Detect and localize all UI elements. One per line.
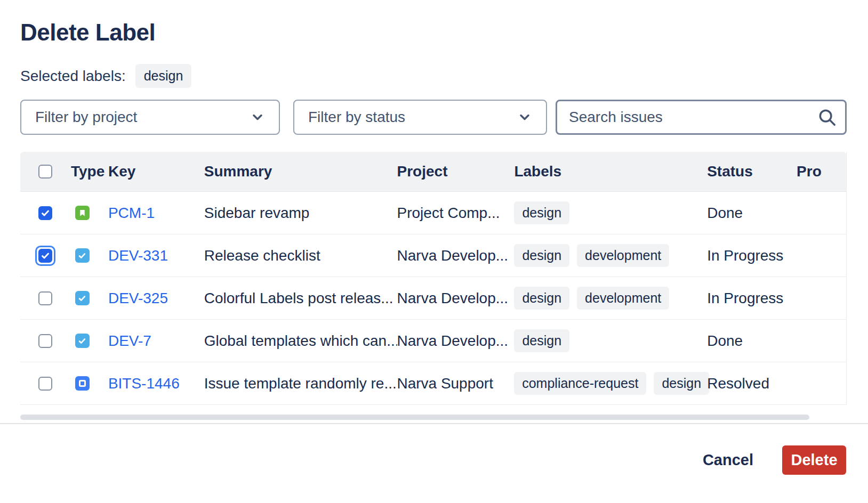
filters-bar: Filter by project Filter by status bbox=[20, 100, 868, 135]
search-issues-field bbox=[556, 100, 847, 135]
task-icon bbox=[75, 248, 90, 263]
horizontal-scrollbar bbox=[20, 415, 847, 420]
header-project: Project bbox=[397, 163, 515, 180]
task-icon bbox=[75, 291, 90, 305]
issue-key-link[interactable]: DEV-331 bbox=[108, 247, 168, 264]
row-checkbox[interactable] bbox=[38, 334, 52, 348]
label-chip: development bbox=[577, 287, 669, 310]
issue-status: Done bbox=[707, 332, 797, 350]
header-priority: Pro bbox=[797, 163, 846, 180]
issue-summary: Issue template randomly re... bbox=[204, 375, 397, 392]
chevron-down-icon bbox=[250, 110, 265, 125]
issue-status: In Progress bbox=[707, 290, 797, 307]
issue-status: Done bbox=[707, 205, 797, 222]
task-icon bbox=[75, 334, 90, 348]
issue-status: Resolved bbox=[707, 375, 797, 392]
table-header-row: Type Key Summary Project Labels Status P… bbox=[20, 152, 846, 192]
table-row: PCM-1 Sidebar revamp Project Comp... des… bbox=[20, 192, 846, 234]
table-row: DEV-325 Colorful Labels post releas... N… bbox=[20, 277, 846, 320]
filter-by-project-label: Filter by project bbox=[35, 109, 137, 126]
horizontal-scrollbar-thumb[interactable] bbox=[20, 415, 809, 420]
label-chip: design bbox=[654, 372, 709, 395]
row-checkbox[interactable] bbox=[38, 249, 52, 263]
subtask-icon bbox=[75, 376, 90, 391]
issue-summary: Global templates which can... bbox=[204, 332, 397, 350]
issue-project: Narva Develop... bbox=[397, 332, 515, 350]
issues-table: Type Key Summary Project Labels Status P… bbox=[20, 152, 847, 405]
delete-label-dialog: Delete Label Selected labels: design Fil… bbox=[0, 19, 868, 503]
label-chip: development bbox=[577, 244, 669, 267]
label-chip: design bbox=[514, 201, 569, 224]
header-key: Key bbox=[108, 163, 204, 180]
issue-project: Narva Develop... bbox=[397, 247, 515, 264]
chevron-down-icon bbox=[517, 110, 532, 125]
table-row: DEV-331 Release checklist Narva Develop.… bbox=[20, 234, 846, 277]
header-summary: Summary bbox=[204, 163, 397, 180]
row-checkbox[interactable] bbox=[38, 206, 52, 220]
filter-by-status-label: Filter by status bbox=[308, 109, 405, 126]
header-type: Type bbox=[71, 163, 108, 180]
search-input[interactable] bbox=[556, 100, 847, 135]
dialog-footer: Cancel Delete bbox=[0, 424, 868, 475]
issue-project: Narva Develop... bbox=[397, 290, 515, 307]
issue-key-link[interactable]: BITS-1446 bbox=[108, 375, 180, 392]
filter-by-status-select[interactable]: Filter by status bbox=[293, 100, 547, 135]
issue-key-link[interactable]: DEV-7 bbox=[108, 332, 151, 349]
label-chip: design bbox=[514, 329, 569, 352]
table-row: DEV-7 Global templates which can... Narv… bbox=[20, 320, 846, 362]
label-chip: compliance-request bbox=[514, 372, 646, 395]
issue-project: Project Comp... bbox=[397, 205, 515, 222]
story-icon bbox=[75, 206, 90, 220]
header-status: Status bbox=[707, 163, 797, 180]
issue-summary: Release checklist bbox=[204, 247, 397, 264]
filter-by-project-select[interactable]: Filter by project bbox=[20, 100, 280, 135]
issue-status: In Progress bbox=[707, 247, 797, 264]
row-checkbox[interactable] bbox=[38, 291, 52, 305]
label-chip: design bbox=[514, 287, 569, 310]
selected-label-chip: design bbox=[135, 64, 192, 88]
cancel-button[interactable]: Cancel bbox=[695, 446, 761, 474]
select-all-checkbox[interactable] bbox=[38, 165, 52, 179]
row-checkbox[interactable] bbox=[38, 377, 52, 391]
issue-summary: Colorful Labels post releas... bbox=[204, 290, 397, 307]
issue-key-link[interactable]: PCM-1 bbox=[108, 205, 155, 221]
selected-labels-row: Selected labels: design bbox=[20, 64, 868, 88]
selected-labels-caption: Selected labels: bbox=[20, 68, 126, 85]
table-row: BITS-1446 Issue template randomly re... … bbox=[20, 362, 846, 405]
header-checkbox-cell bbox=[20, 161, 71, 182]
issue-summary: Sidebar revamp bbox=[204, 205, 397, 222]
issue-key-link[interactable]: DEV-325 bbox=[108, 290, 168, 306]
header-labels: Labels bbox=[514, 163, 707, 180]
label-chip: design bbox=[514, 244, 569, 267]
page-title: Delete Label bbox=[20, 19, 868, 46]
delete-button[interactable]: Delete bbox=[782, 445, 846, 475]
issue-project: Narva Support bbox=[397, 375, 514, 392]
